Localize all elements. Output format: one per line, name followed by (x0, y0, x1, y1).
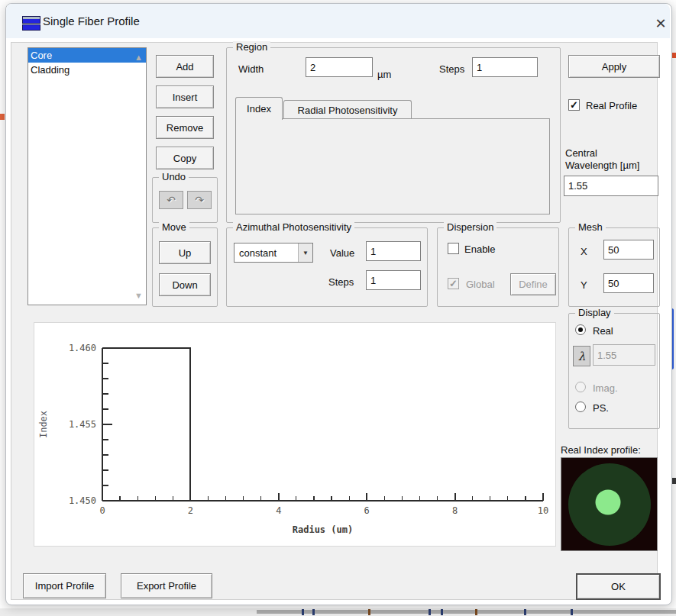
core-circle (596, 490, 621, 515)
check-icon: ✓ (449, 278, 458, 289)
background-artifact (312, 609, 315, 615)
list-item[interactable]: Core (28, 48, 146, 63)
width-label: Width (238, 63, 264, 75)
svg-text:8: 8 (452, 505, 458, 516)
undo-icon[interactable]: ↶ (159, 191, 183, 209)
background-artifact (302, 609, 304, 615)
svg-text:2: 2 (188, 505, 193, 516)
svg-text:10: 10 (538, 505, 548, 516)
azimuthal-value-label: Value (330, 247, 354, 259)
lambda-icon[interactable]: λ (573, 346, 590, 366)
display-imag-radio (575, 382, 586, 392)
profile-preview-label: Real Index profile: (561, 444, 641, 456)
import-profile-button[interactable]: Import Profile (23, 573, 106, 598)
azimuthal-group-title: Azimuthal Photosensitivity (233, 221, 354, 233)
insert-button[interactable]: Insert (156, 85, 214, 108)
mesh-y-input[interactable] (603, 273, 654, 293)
width-input[interactable] (306, 57, 373, 77)
azimuthal-steps-label: Steps (328, 276, 354, 288)
background-artifact (257, 610, 676, 614)
background-artifact (368, 609, 370, 615)
central-wavelength-label: Wavelength [µm] (565, 160, 639, 171)
azimuthal-group: Azimuthal Photosensitivity (226, 227, 428, 307)
azimuthal-mode-dropdown[interactable]: constant ▼ (234, 243, 313, 263)
close-icon[interactable]: ✕ (645, 8, 676, 39)
apply-button[interactable]: Apply (568, 55, 660, 78)
svg-text:6: 6 (364, 505, 370, 516)
display-real-radio[interactable] (575, 324, 586, 335)
undo-group-title: Undo (159, 171, 189, 182)
dispersion-global-label: Global (466, 279, 495, 290)
move-up-button[interactable]: Up (159, 241, 211, 264)
ok-button[interactable]: OK (576, 573, 661, 600)
index-profile-preview (561, 457, 658, 551)
display-ps-label: PS. (593, 402, 609, 414)
tab-radial-photosensitivity[interactable]: Radial Photosensitivity (283, 100, 412, 120)
dispersion-define-button: Define (510, 273, 556, 295)
chart-svg: 1.4501.4551.4600246810Radius (um)Index (34, 323, 555, 546)
mesh-x-input[interactable] (603, 240, 654, 260)
move-down-button[interactable]: Down (159, 273, 211, 296)
background-artifact (429, 609, 431, 615)
width-unit-label: µm (377, 69, 391, 80)
dispersion-enable-label: Enable (464, 243, 495, 255)
display-lambda-input (593, 344, 655, 366)
svg-text:1.460: 1.460 (69, 343, 96, 353)
background-artifact (475, 609, 477, 615)
index-profile-chart: 1.4501.4551.4600246810Radius (um)Index (34, 322, 556, 547)
steps-label: Steps (439, 63, 464, 75)
steps-input[interactable] (472, 57, 538, 77)
copy-button[interactable]: Copy (156, 147, 214, 169)
dispersion-group-title: Dispersion (444, 221, 496, 233)
mesh-x-label: X (581, 246, 587, 257)
display-real-label: Real (593, 325, 613, 337)
redo-icon[interactable]: ↷ (187, 191, 212, 209)
display-group-title: Display (575, 307, 614, 318)
scroll-up-icon[interactable]: ▲ (134, 53, 143, 62)
export-profile-button[interactable]: Export Profile (121, 573, 212, 598)
move-group-title: Move (159, 221, 189, 233)
svg-text:4: 4 (276, 505, 281, 516)
real-profile-checkbox[interactable]: ✓ (568, 99, 580, 111)
background-artifact (441, 609, 443, 615)
display-imag-label: Imag. (593, 382, 618, 394)
app-icon (22, 16, 40, 31)
list-item[interactable]: Cladding (28, 63, 146, 77)
chevron-down-icon: ▼ (298, 243, 312, 262)
mesh-y-label: Y (581, 279, 587, 291)
azimuthal-steps-input[interactable] (366, 270, 421, 290)
dispersion-global-checkbox: ✓ (448, 278, 459, 289)
scroll-down-icon[interactable]: ▼ (134, 291, 143, 300)
check-icon: ✓ (570, 99, 578, 111)
central-wavelength-input[interactable] (564, 176, 658, 196)
layer-listbox[interactable]: Core Cladding ▲ ▼ (27, 47, 147, 305)
mesh-group-title: Mesh (575, 221, 606, 233)
central-wavelength-label: Central (565, 147, 597, 159)
index-tab-panel (235, 118, 550, 214)
screen: Single Fiber Profile ✕ Core Cladding ▲ ▼… (0, 0, 676, 616)
title-bar[interactable]: Single Fiber Profile ✕ (6, 4, 670, 38)
svg-text:0: 0 (99, 505, 105, 516)
window-title: Single Fiber Profile (43, 15, 140, 27)
background-artifact (0, 114, 5, 120)
real-profile-label: Real Profile (586, 100, 637, 111)
add-button[interactable]: Add (156, 55, 214, 78)
background-artifact (571, 609, 573, 615)
region-group-title: Region (233, 41, 270, 53)
remove-button[interactable]: Remove (156, 116, 214, 139)
display-ps-radio[interactable] (575, 402, 586, 412)
svg-text:1.455: 1.455 (69, 419, 96, 430)
azimuthal-value-input[interactable] (366, 241, 421, 261)
svg-text:Index: Index (38, 411, 49, 438)
background-artifact (524, 609, 526, 615)
tab-index[interactable]: Index (235, 97, 283, 120)
dispersion-enable-checkbox[interactable] (448, 243, 459, 254)
svg-text:1.450: 1.450 (69, 495, 96, 506)
svg-text:Radius (um): Radius (um) (293, 524, 353, 535)
